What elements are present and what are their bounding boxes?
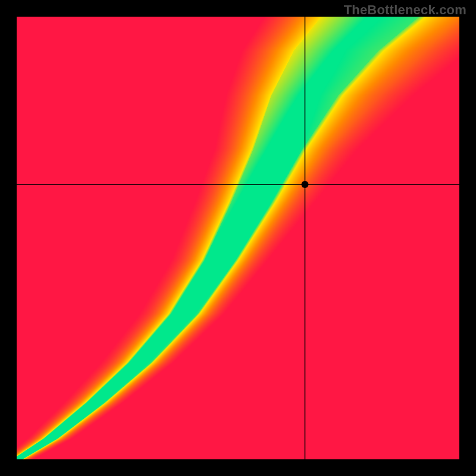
bottleneck-heatmap-chart: TheBottleneck.com bbox=[0, 0, 476, 476]
watermark-label: TheBottleneck.com bbox=[344, 2, 466, 18]
heatmap-canvas bbox=[0, 0, 476, 476]
